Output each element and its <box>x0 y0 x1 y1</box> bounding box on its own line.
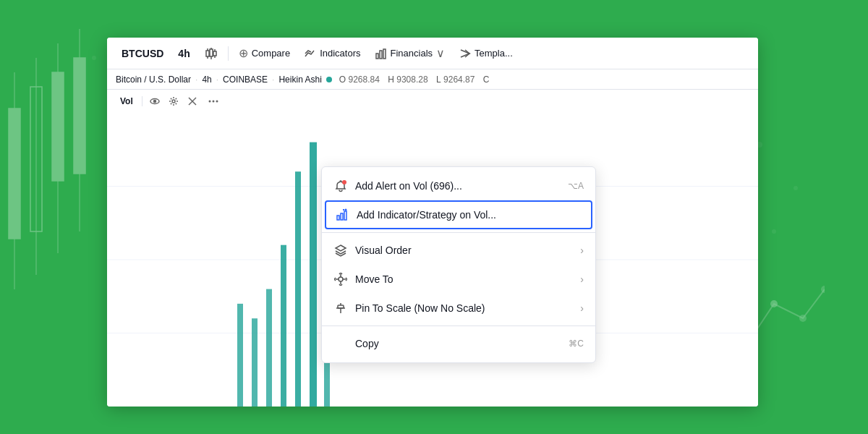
svg-rect-44 <box>310 142 317 407</box>
svg-rect-19 <box>210 49 213 56</box>
compare-button[interactable]: ⊕ Compare <box>233 43 296 63</box>
svg-point-9 <box>799 315 807 322</box>
indicators-button[interactable]: Indicators <box>299 45 366 62</box>
eye-button[interactable] <box>147 93 163 109</box>
svg-rect-39 <box>237 304 243 407</box>
chart-window: BTCUSD 4h ⊕ Comp <box>107 38 758 407</box>
info-bar: Bitcoin / U.S. Dollar · 4h · COINBASE · … <box>107 69 758 90</box>
chevron-down-icon: ∨ <box>436 46 445 60</box>
menu-item-add-indicator[interactable]: Add Indicator/Strategy on Vol... <box>325 200 592 229</box>
indicators-icon <box>305 48 316 59</box>
svg-rect-47 <box>337 216 339 220</box>
indicator-bar: Vol <box>107 90 758 113</box>
pin-to-scale-arrow: › <box>580 302 584 314</box>
svg-rect-1 <box>9 109 20 239</box>
chart-type-icon <box>205 47 218 60</box>
pin-to-scale-label: Pin To Scale (Now No Scale) <box>355 302 573 314</box>
svg-rect-16 <box>206 51 209 56</box>
add-alert-label: Add Alert on Vol (696)... <box>355 180 561 192</box>
svg-rect-48 <box>341 213 343 220</box>
svg-rect-25 <box>376 54 378 59</box>
pin-icon <box>333 301 348 315</box>
svg-point-14 <box>793 186 798 190</box>
financials-label: Financials <box>391 48 433 59</box>
plus-circle-icon: ⊕ <box>239 46 248 60</box>
svg-rect-49 <box>344 211 346 220</box>
copy-shortcut: ⌘C <box>569 339 584 349</box>
menu-item-visual-order[interactable]: Visual Order › <box>322 236 595 265</box>
svg-point-8 <box>770 300 778 307</box>
menu-item-add-alert[interactable]: Add Alert on Vol (696)... ⌥A <box>322 171 595 200</box>
close-indicator-button[interactable] <box>184 93 200 109</box>
svg-point-29 <box>153 101 156 103</box>
menu-item-pin-to-scale[interactable]: Pin To Scale (Now No Scale) › <box>322 294 595 323</box>
alert-icon <box>333 179 348 193</box>
svg-rect-26 <box>380 51 382 59</box>
add-alert-shortcut: ⌥A <box>568 181 584 191</box>
svg-rect-43 <box>295 171 301 407</box>
symbol-button[interactable]: BTCUSD <box>116 45 169 62</box>
svg-point-15 <box>772 229 776 234</box>
separator-1 <box>322 232 595 233</box>
chart-type-label: Heikin Ashi <box>278 75 321 85</box>
timeframe-info: 4h <box>202 75 211 85</box>
chart-type-button[interactable] <box>199 44 224 63</box>
symbol-label: BTCUSD <box>122 48 163 59</box>
add-indicator-label: Add Indicator/Strategy on Vol... <box>357 209 582 221</box>
status-dot <box>326 77 332 82</box>
svg-point-11 <box>92 56 96 60</box>
move-to-arrow: › <box>580 273 584 285</box>
timeframe-label: 4h <box>178 48 190 59</box>
svg-point-54 <box>339 277 343 281</box>
move-icon <box>333 272 348 286</box>
context-menu: Add Alert on Vol (696)... ⌥A Add Indicat… <box>321 166 596 363</box>
svg-point-10 <box>821 286 825 293</box>
move-to-label: Move To <box>355 273 573 285</box>
add-indicator-icon <box>335 208 349 222</box>
svg-rect-22 <box>213 51 216 56</box>
copy-label: Copy <box>355 338 561 349</box>
settings-button[interactable] <box>166 93 182 109</box>
info-separator-2: · <box>216 75 218 85</box>
toolbar-divider-1 <box>228 46 229 61</box>
svg-point-50 <box>345 209 347 211</box>
separator-2 <box>322 326 595 326</box>
toolbar: BTCUSD 4h ⊕ Comp <box>107 38 758 69</box>
ind-separator <box>142 96 142 106</box>
svg-rect-40 <box>252 318 258 407</box>
pair-label: Bitcoin / U.S. Dollar <box>116 75 191 85</box>
indicators-label: Indicators <box>320 48 360 59</box>
svg-point-46 <box>342 180 346 184</box>
info-separator-1: · <box>195 75 197 85</box>
svg-rect-7 <box>74 58 85 174</box>
svg-rect-27 <box>383 49 386 59</box>
svg-point-34 <box>212 101 214 103</box>
layers-icon <box>333 243 348 258</box>
indicator-vol-label: Vol <box>116 95 137 108</box>
timeframe-button[interactable]: 4h <box>172 45 195 62</box>
more-options-button[interactable] <box>203 93 224 109</box>
exchange-label: COINBASE <box>223 75 268 85</box>
menu-item-copy[interactable]: Copy ⌘C <box>322 329 595 358</box>
svg-rect-5 <box>52 72 64 181</box>
financials-button[interactable]: Financials ∨ <box>370 43 451 63</box>
copy-icon <box>333 336 348 351</box>
svg-point-30 <box>172 100 175 103</box>
ohlc-values: O 9268.84 H 9308.28 L 9264.87 C <box>339 75 490 85</box>
svg-point-33 <box>208 101 210 103</box>
svg-point-35 <box>216 101 218 103</box>
svg-rect-42 <box>281 245 286 407</box>
template-icon <box>459 48 471 59</box>
info-separator-3: · <box>272 75 274 85</box>
svg-rect-3 <box>30 87 42 231</box>
svg-marker-53 <box>336 245 346 251</box>
menu-item-move-to[interactable]: Move To › <box>322 265 595 294</box>
compare-label: Compare <box>252 48 290 59</box>
visual-order-label: Visual Order <box>355 244 573 256</box>
bar-chart-icon <box>375 48 387 59</box>
template-label: Templa... <box>475 48 513 59</box>
visual-order-arrow: › <box>580 244 584 256</box>
svg-rect-41 <box>266 289 272 407</box>
template-button[interactable]: Templa... <box>454 45 519 62</box>
